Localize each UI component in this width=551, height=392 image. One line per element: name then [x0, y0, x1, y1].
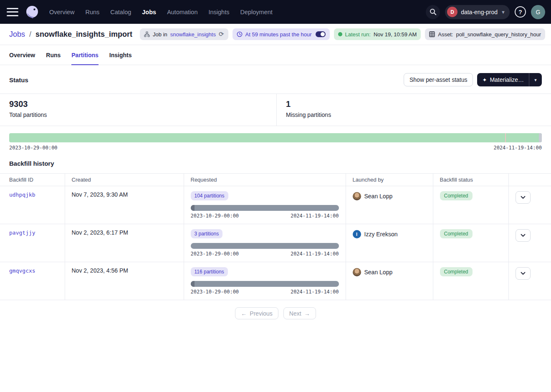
breadcrumb-row: Jobs / snowflake_insights_import Job in … — [0, 24, 551, 45]
refresh-icon[interactable]: ⟳ — [219, 30, 224, 38]
deployment-name: data-eng-prod — [461, 9, 498, 15]
created-timestamp: Nov 2, 2023, 6:17 PM — [72, 229, 128, 236]
page-title: snowflake_insights_import — [35, 30, 132, 39]
chevron-down-icon — [521, 234, 526, 237]
asset-badge: Asset: poll_snowflake_query_history_hour — [425, 28, 545, 40]
partition-range-end: 2024-11-19-14:00 — [493, 145, 542, 151]
materialize-button-group: ✦ Materialize… ▼ — [477, 73, 542, 86]
table-row: udhpqjkb Nov 7, 2023, 9:30 AM 104 partit… — [0, 186, 551, 224]
materialize-label: Materialize… — [490, 76, 524, 83]
table-row: gmqvgcxs Nov 2, 2023, 4:56 PM 116 partit… — [0, 262, 551, 300]
materialize-dropdown-button[interactable]: ▼ — [529, 73, 542, 86]
requested-range-end: 2024-11-19-14:00 — [291, 289, 339, 295]
next-page-button[interactable]: Next → — [283, 307, 316, 319]
requested-range-start: 2023-10-29-00:00 — [191, 251, 239, 257]
col-backfill-id: Backfill ID — [0, 174, 65, 186]
latest-run-label: Latest run: — [345, 31, 371, 38]
status-badge: Completed — [440, 191, 473, 200]
pagination: ← Previous Next → — [0, 300, 551, 326]
show-per-asset-status-button[interactable]: Show per-asset status — [404, 73, 473, 86]
launched-by-name: Sean Lopp — [364, 269, 393, 276]
partition-counts: 9303 Total partitions 1 Missing partitio… — [0, 94, 551, 126]
code-location-link[interactable]: snowflake_insights — [170, 31, 216, 38]
clock-icon — [237, 31, 243, 37]
user-photo-avatar — [353, 192, 361, 200]
dagster-octopus-icon — [25, 5, 40, 20]
created-timestamp: Nov 2, 2023, 4:56 PM — [72, 267, 128, 274]
requested-range-bar — [191, 281, 339, 287]
total-partitions-label: Total partitions — [9, 111, 267, 118]
nav-item-jobs[interactable]: Jobs — [142, 9, 156, 15]
backfill-id-link[interactable]: pavgtjjy — [9, 230, 35, 236]
backfill-id-link[interactable]: udhpqjkb — [9, 192, 35, 198]
table-header-row: Backfill ID Created Requested Launched b… — [0, 174, 551, 186]
deployment-switcher[interactable]: D data-eng-prod ▼ — [445, 5, 510, 19]
col-launched-by: Launched by — [346, 174, 433, 186]
partition-range-start: 2023-10-29-00:00 — [9, 145, 58, 151]
missing-partitions-count: 1 — [286, 99, 331, 109]
user-avatar[interactable]: G — [531, 5, 545, 19]
backfill-id-link[interactable]: gmqvgcxs — [9, 268, 35, 274]
sparkle-icon: ✦ — [482, 77, 487, 83]
status-badge: Completed — [440, 267, 473, 276]
tab-insights[interactable]: Insights — [109, 45, 132, 65]
run-status-dot-icon — [338, 32, 342, 36]
arrow-left-icon: ← — [241, 310, 247, 317]
backfill-history-title: Backfill history — [9, 160, 542, 167]
job-in-label: Job in — [153, 31, 167, 38]
schedule-text: At 59 minutes past the hour — [245, 31, 312, 38]
question-icon: ? — [518, 9, 522, 15]
created-timestamp: Nov 7, 2023, 9:30 AM — [72, 191, 128, 198]
top-navbar: Overview Runs Catalog Jobs Automation In… — [0, 0, 551, 24]
row-actions-button[interactable] — [516, 267, 531, 280]
row-actions-button[interactable] — [516, 191, 531, 204]
backfill-history-table: Backfill ID Created Requested Launched b… — [0, 173, 551, 300]
next-label: Next — [289, 310, 301, 317]
schedule-badge: At 59 minutes past the hour — [233, 28, 330, 40]
asset-name-link[interactable]: poll_snowflake_query_history_hour — [456, 31, 541, 38]
chevron-down-icon: ▼ — [501, 10, 506, 15]
nav-item-catalog[interactable]: Catalog — [110, 9, 131, 15]
nav-item-insights[interactable]: Insights — [208, 9, 229, 15]
col-backfill-status: Backfill status — [433, 174, 508, 186]
nav-item-overview[interactable]: Overview — [49, 9, 74, 15]
user-initial-avatar: I — [353, 230, 361, 238]
deployment-badge: D — [447, 7, 457, 17]
row-actions-button[interactable] — [516, 229, 531, 242]
requested-range-start: 2023-10-29-00:00 — [191, 289, 239, 295]
user-photo-avatar — [353, 268, 361, 276]
requested-range-bar — [191, 243, 339, 249]
materialize-button[interactable]: ✦ Materialize… — [477, 73, 529, 86]
dagster-logo[interactable] — [24, 4, 40, 20]
menu-hamburger-icon[interactable] — [7, 8, 18, 16]
partition-health-bar[interactable] — [9, 133, 542, 142]
latest-run-time-link[interactable]: Nov 19, 10:59 AM — [374, 31, 417, 38]
requested-partitions-pill: 116 partitions — [191, 267, 228, 276]
status-title: Status — [9, 76, 28, 83]
previous-page-button[interactable]: ← Previous — [235, 307, 278, 319]
help-button[interactable]: ? — [515, 6, 526, 18]
breadcrumb-jobs-link[interactable]: Jobs — [9, 30, 25, 39]
breadcrumb-separator: / — [29, 30, 31, 39]
col-requested: Requested — [184, 174, 346, 186]
search-button[interactable] — [426, 5, 440, 19]
col-actions — [508, 174, 551, 186]
status-section-header: Status Show per-asset status ✦ Materiali… — [0, 65, 551, 94]
requested-partitions-pill: 3 partitions — [191, 229, 223, 238]
tab-overview[interactable]: Overview — [9, 45, 35, 65]
tab-partitions[interactable]: Partitions — [71, 45, 99, 65]
table-row: pavgtjjy Nov 2, 2023, 6:17 PM 3 partitio… — [0, 224, 551, 262]
schedule-toggle[interactable] — [316, 31, 326, 37]
requested-partitions-pill: 104 partitions — [191, 191, 228, 200]
nav-item-runs[interactable]: Runs — [85, 9, 99, 15]
missing-partitions-label: Missing partitions — [286, 111, 331, 118]
requested-range-end: 2024-11-19-14:00 — [291, 251, 339, 257]
nav-item-deployment[interactable]: Deployment — [240, 9, 272, 15]
total-partitions-count: 9303 — [9, 99, 267, 109]
asset-label: Asset: — [438, 31, 453, 38]
requested-range-end: 2024-11-19-14:00 — [291, 213, 339, 219]
tab-runs[interactable]: Runs — [46, 45, 61, 65]
sitemap-icon — [144, 31, 150, 37]
nav-item-automation[interactable]: Automation — [167, 9, 197, 15]
job-location-badge: Job in snowflake_insights ⟳ — [140, 28, 228, 40]
